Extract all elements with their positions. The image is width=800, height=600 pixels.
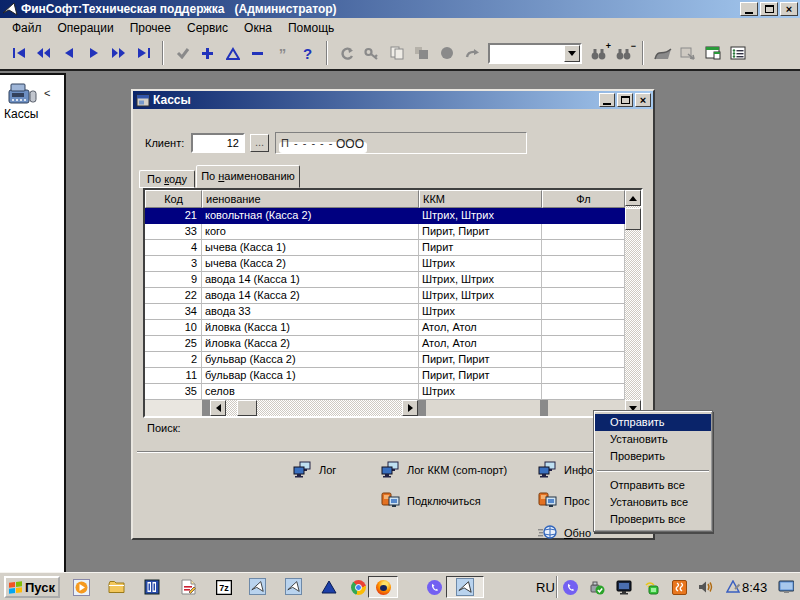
clock[interactable]: 8:43 xyxy=(742,580,767,595)
paste-button[interactable] xyxy=(409,41,434,65)
column-splitter[interactable] xyxy=(540,400,548,416)
7zip-icon[interactable]: 7z xyxy=(215,578,233,596)
tray-volume-icon[interactable] xyxy=(698,579,714,595)
properties-button[interactable] xyxy=(725,41,750,65)
view-button[interactable]: Прос xyxy=(538,492,590,508)
search-combobox-input[interactable] xyxy=(490,45,564,62)
cash-register-icon[interactable] xyxy=(8,82,40,106)
column-header-kkm[interactable]: ККМ xyxy=(419,190,542,208)
table-row[interactable]: 9авода 14 (Касса 1)Штрих, Штрих xyxy=(145,272,625,288)
show-desktop-icon[interactable] xyxy=(778,579,794,595)
media-player-icon[interactable] xyxy=(72,578,90,596)
tray-phone-wifi-icon[interactable] xyxy=(644,579,660,595)
undo-button[interactable] xyxy=(334,41,359,65)
active-app-task-button[interactable] xyxy=(446,576,484,598)
app-minimize-button[interactable] xyxy=(740,2,758,16)
tray-remote-monitor-icon[interactable] xyxy=(616,579,632,595)
export-button[interactable] xyxy=(675,41,700,65)
flag-button[interactable] xyxy=(650,41,675,65)
context-menu-item[interactable]: Проверить xyxy=(595,448,711,465)
tray-viber-icon[interactable] xyxy=(562,579,578,595)
client-browse-button[interactable]: ... xyxy=(250,134,269,152)
quotes-button[interactable]: ” xyxy=(270,41,295,65)
info-button[interactable]: Инфо xyxy=(538,461,593,478)
refresh-button[interactable]: Обно xyxy=(538,524,591,540)
table-row[interactable]: 22авода 14 (Касса 2)Штрих, Штрих xyxy=(145,288,625,304)
table-row[interactable]: 21ковольтная (Касса 2)Штрих, Штрих xyxy=(145,208,625,224)
column-header-name[interactable]: иенование xyxy=(202,190,419,208)
context-menu-item[interactable]: Проверить все xyxy=(595,511,711,528)
connect-button[interactable]: Подключиться xyxy=(381,492,481,508)
column-header-code[interactable]: Код xyxy=(145,190,202,208)
find-add-button[interactable]: + xyxy=(586,41,611,65)
horizontal-scrollbar[interactable] xyxy=(145,400,625,416)
sidebar-collapse-arrow[interactable]: < xyxy=(44,87,50,99)
kassy-minimize-button[interactable] xyxy=(599,93,615,107)
table-row[interactable]: 4ычева (Касса 1)Пирит xyxy=(145,240,625,256)
redo-button[interactable] xyxy=(459,41,484,65)
hscroll-right-button[interactable] xyxy=(402,400,418,416)
edit-button[interactable] xyxy=(220,41,245,65)
next-record-button[interactable] xyxy=(81,41,106,65)
triangle-app-icon[interactable] xyxy=(320,578,338,596)
kassy-titlebar[interactable]: Кассы × xyxy=(133,91,653,109)
context-menu-item[interactable]: Отправить xyxy=(595,414,711,431)
glider-app-icon[interactable] xyxy=(285,578,302,595)
folder-icon[interactable] xyxy=(107,578,125,596)
scroll-up-button[interactable] xyxy=(625,190,641,206)
viber-icon[interactable] xyxy=(425,578,443,596)
glider-app-icon[interactable] xyxy=(249,578,266,595)
client-code-input[interactable] xyxy=(191,133,245,153)
fast-next-button[interactable] xyxy=(106,41,131,65)
prior-record-button[interactable] xyxy=(56,41,81,65)
copy-button[interactable] xyxy=(384,41,409,65)
vertical-scroll-thumb[interactable] xyxy=(625,208,641,230)
app-close-button[interactable]: × xyxy=(780,2,798,16)
table-row[interactable]: 10йловка (Касса 1)Атол, Атол xyxy=(145,320,625,336)
search-combobox[interactable] xyxy=(488,43,582,64)
insert-button[interactable] xyxy=(195,41,220,65)
first-record-button[interactable] xyxy=(6,41,31,65)
menu-bar-item[interactable]: Прочее xyxy=(122,19,179,37)
stop-button[interactable] xyxy=(434,41,459,65)
tray-measure-icon[interactable] xyxy=(725,579,741,595)
column-header-fl[interactable]: Фл xyxy=(542,190,625,208)
horizontal-scroll-thumb[interactable] xyxy=(237,400,257,416)
hscroll-left-button[interactable] xyxy=(210,400,226,416)
tab-by-code[interactable]: По коду xyxy=(139,170,195,188)
log-kkm-button[interactable]: Лог ККМ (com-порт) xyxy=(381,461,507,478)
vertical-scrollbar[interactable] xyxy=(625,190,641,416)
table-row[interactable]: 11бульвар (Касса 1)Пирит, Пирит xyxy=(145,368,625,384)
table-row[interactable]: 2бульвар (Касса 2)Пирит, Пирит xyxy=(145,352,625,368)
help-button[interactable]: ? xyxy=(295,41,320,65)
tray-java-icon[interactable] xyxy=(671,579,687,595)
table-row[interactable]: 3ычева (Касса 2)Штрих xyxy=(145,256,625,272)
column-splitter[interactable] xyxy=(418,400,426,416)
start-button[interactable]: Пуск xyxy=(4,576,60,598)
tray-usb-icon[interactable] xyxy=(589,579,605,595)
app-maximize-button[interactable] xyxy=(760,2,778,16)
sidebar-item-kassy[interactable]: Кассы xyxy=(4,107,38,121)
dictionary-icon[interactable] xyxy=(143,578,161,596)
confirm-button[interactable] xyxy=(170,41,195,65)
kassy-close-button[interactable]: × xyxy=(635,93,651,107)
language-indicator[interactable]: RU xyxy=(536,580,555,595)
menu-bar-item[interactable]: Файл xyxy=(4,19,50,37)
pdf-editor-icon[interactable] xyxy=(179,578,197,596)
fast-prior-button[interactable] xyxy=(31,41,56,65)
menu-bar-item[interactable]: Помощь xyxy=(280,19,342,37)
find-remove-button[interactable]: − xyxy=(611,41,636,65)
table-row[interactable]: 35селовШтрих xyxy=(145,384,625,400)
log-button[interactable]: Лог xyxy=(293,461,336,478)
table-row[interactable]: 33когоПирит, Пирит xyxy=(145,224,625,240)
table-row[interactable]: 25йловка (Касса 2)Атол, Атол xyxy=(145,336,625,352)
menu-bar-item[interactable]: Операции xyxy=(50,19,122,37)
tab-by-name[interactable]: По наименованию xyxy=(196,165,300,188)
last-record-button[interactable] xyxy=(131,41,156,65)
table-row[interactable]: 34авода 33Штрих xyxy=(145,304,625,320)
hscroll-track[interactable] xyxy=(226,400,402,416)
window-layout-button[interactable] xyxy=(700,41,725,65)
firefox-task-button[interactable] xyxy=(368,576,398,598)
context-menu-item[interactable]: Установить все xyxy=(595,494,711,511)
combobox-dropdown-button[interactable] xyxy=(564,45,580,62)
